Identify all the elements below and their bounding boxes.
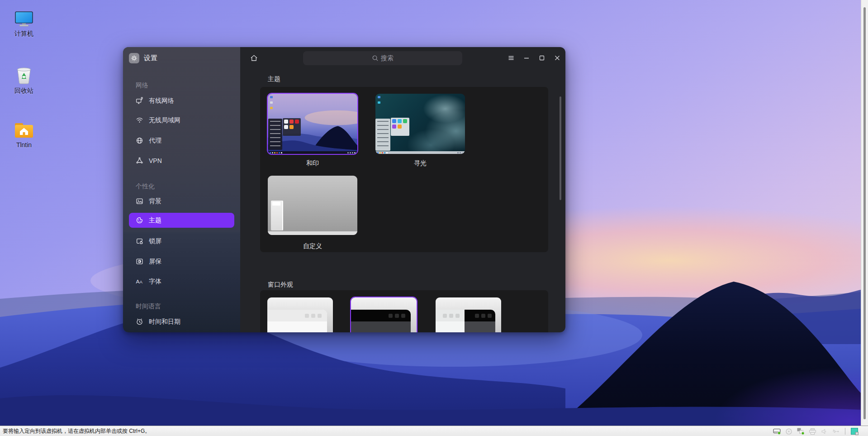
mini-launcher-panel	[375, 119, 390, 151]
mini-app-grid	[391, 118, 409, 136]
sidebar-item-proxy[interactable]: 代理	[129, 133, 234, 148]
sidebar-item-label: 屏保	[149, 258, 161, 266]
vmware-status-text: 要将输入定向到该虚拟机，请在虚拟机内部单击或按 Ctrl+G。	[0, 427, 150, 435]
mini-desktop-icons	[378, 96, 380, 104]
theme-preview-custom	[268, 176, 357, 235]
globe-icon	[136, 137, 143, 144]
sidebar-item-vpn[interactable]: VPN	[129, 153, 234, 168]
svg-text:A: A	[136, 278, 140, 284]
recycle-bin-icon	[15, 66, 33, 84]
sidebar-item-screensaver[interactable]: 屏保	[129, 254, 234, 269]
dark-window-preview	[351, 310, 411, 332]
search-input[interactable]: 搜索	[303, 51, 462, 65]
desktop-icon-home-folder[interactable]: Tlntin	[4, 121, 44, 149]
settings-app-icon	[129, 53, 139, 63]
clock-icon	[136, 318, 143, 326]
sidebar-item-time-date[interactable]: 时间和日期	[129, 314, 234, 329]
search-placeholder: 搜索	[381, 54, 394, 62]
vpn-icon	[136, 157, 143, 164]
theme-name: 寻光	[375, 159, 465, 168]
close-button[interactable]	[552, 53, 562, 63]
usb-icon[interactable]	[832, 428, 840, 435]
theme-panel: 和印	[260, 87, 548, 252]
printer-icon[interactable]	[809, 428, 816, 435]
titlebar: 搜索	[240, 47, 565, 69]
appearance-section-title: 窗口外观	[268, 281, 293, 289]
desktop-icon-label: 计算机	[4, 30, 44, 38]
sidebar-item-fonts[interactable]: A A 字体	[129, 274, 234, 289]
appearance-card-dark[interactable]	[351, 297, 417, 332]
sidebar-item-background[interactable]: 背景	[129, 194, 234, 209]
theme-section-title: 主题	[268, 75, 280, 83]
settings-window: 设置 网络 有线网络 无线局域	[123, 47, 565, 332]
vmware-vertical-scrollbar[interactable]	[861, 0, 868, 426]
vmware-statusbar: 要将输入定向到该虚拟机，请在虚拟机内部单击或按 Ctrl+G。	[0, 426, 868, 436]
network-adapter-icon[interactable]	[797, 427, 805, 435]
scrollbar-thumb[interactable]	[863, 7, 866, 419]
settings-content: 搜索 主题	[240, 47, 565, 332]
theme-palette-icon	[136, 216, 143, 224]
minimize-button[interactable]	[522, 53, 531, 63]
desktop-icon-label: 回收站	[4, 87, 44, 95]
sidebar-item-label: 锁屏	[149, 237, 161, 245]
theme-name: 和印	[268, 159, 357, 168]
theme-card-custom[interactable]	[268, 176, 357, 235]
fonts-icon: A A	[136, 278, 143, 285]
screensaver-icon	[136, 258, 143, 265]
sidebar-item-theme[interactable]: 主题	[129, 213, 234, 228]
sidebar-section-network: 网络	[136, 81, 148, 90]
auto-dark-window-preview	[465, 310, 495, 332]
theme-preview-xunguang	[375, 94, 465, 154]
computer-icon	[14, 11, 33, 27]
statusbar-separator	[845, 428, 845, 435]
desktop-icon-recycle-bin[interactable]: 回收站	[4, 66, 44, 95]
theme-name: 自定义	[268, 242, 357, 250]
appearance-card-auto[interactable]	[436, 297, 501, 332]
mini-taskbar	[268, 151, 357, 154]
sidebar-item-label: 有线网络	[149, 97, 174, 105]
vm-screen: 计算机 回收站 Tlntin	[0, 0, 868, 436]
sidebar-item-wired-network[interactable]: 有线网络	[129, 93, 234, 108]
sidebar-item-label: 背景	[149, 197, 161, 206]
settings-scroll-area: 主题	[240, 69, 565, 332]
theme-card-heyin[interactable]	[268, 94, 357, 154]
background-icon	[136, 197, 143, 205]
sound-icon[interactable]	[821, 428, 828, 435]
hard-disk-icon[interactable]	[773, 427, 781, 435]
fit-guest-widget[interactable]	[851, 428, 858, 435]
sidebar-item-label: 字体	[149, 278, 161, 286]
sidebar-item-wireless-lan[interactable]: 无线局域网	[129, 113, 234, 128]
vmware-device-icons	[773, 426, 858, 436]
sidebar-item-label: VPN	[149, 157, 162, 164]
maximize-button[interactable]	[537, 53, 546, 63]
app-title: 设置	[144, 54, 157, 62]
theme-preview-heyin	[268, 94, 357, 154]
home-button[interactable]	[247, 52, 261, 64]
mini-app-grid	[283, 118, 301, 136]
sidebar-item-label: 无线局域网	[149, 116, 180, 125]
theme-card-xunguang[interactable]	[375, 94, 465, 154]
sidebar-item-lock-screen[interactable]: 锁屏	[129, 234, 234, 249]
light-window-preview	[267, 310, 327, 332]
appearance-panel	[260, 290, 548, 332]
window-controls	[506, 47, 562, 69]
sidebar-item-label: 主题	[149, 216, 161, 225]
menu-button[interactable]	[506, 53, 516, 63]
appearance-card-light[interactable]	[267, 297, 333, 332]
sidebar-item-label: 代理	[149, 137, 161, 145]
svg-text:A: A	[140, 279, 143, 284]
app-header: 设置	[129, 53, 157, 63]
search-icon	[372, 55, 379, 62]
mini-desktop-icons	[270, 96, 273, 109]
mini-launcher-panel	[268, 119, 282, 150]
wired-network-icon	[136, 97, 143, 105]
sidebar-section-personalization: 个性化	[136, 182, 155, 191]
cd-rom-icon[interactable]	[785, 428, 792, 435]
sidebar-item-label: 时间和日期	[149, 318, 180, 326]
desktop-icon-label: Tlntin	[4, 141, 44, 149]
desktop-icon-computer[interactable]: 计算机	[4, 11, 44, 38]
mini-taskbar	[375, 151, 465, 154]
content-scrollbar[interactable]	[560, 96, 561, 200]
wifi-icon	[136, 116, 143, 124]
lock-screen-icon	[136, 237, 143, 245]
